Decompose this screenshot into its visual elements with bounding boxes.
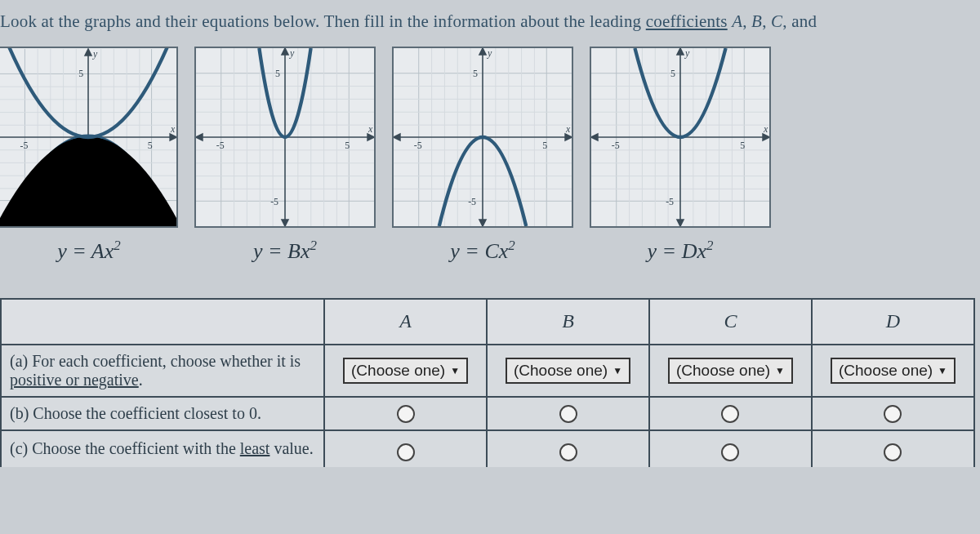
equation-D: y = Dx2 (648, 238, 714, 264)
row-a: (a) For each coefficient, choose whether… (1, 345, 974, 397)
header-D: D (812, 299, 974, 345)
curve-C (394, 48, 572, 226)
chevron-down-icon: ▼ (450, 365, 460, 376)
chevron-down-icon: ▼ (938, 365, 947, 376)
coefficients-link[interactable]: coefficients (646, 11, 728, 31)
graph-cell-C: x y -5 5 5 -5 y = Cx2 (392, 47, 573, 264)
row-b-label: (b) Choose the coefficient closest to 0. (1, 397, 324, 430)
least-link[interactable]: least (240, 439, 270, 457)
graph-C: x y -5 5 5 -5 (392, 47, 573, 228)
radio-c-D[interactable] (884, 443, 902, 461)
radio-b-D[interactable] (884, 405, 902, 423)
chevron-down-icon: ▼ (612, 365, 622, 376)
radio-c-C[interactable] (721, 443, 739, 461)
select-a-A[interactable]: (Choose one)▼ (343, 358, 468, 384)
graph-B: x y -5 5 5 -5 (194, 47, 376, 228)
radio-c-A[interactable] (397, 443, 415, 461)
instruction-text: Look at the graphs and their equations b… (0, 8, 977, 47)
radio-b-A[interactable] (397, 405, 415, 423)
header-A: A (324, 299, 487, 345)
instr-pre: Look at the graphs and their equations b… (0, 11, 646, 31)
header-C: C (649, 299, 812, 345)
radio-c-B[interactable] (559, 443, 577, 461)
select-a-C[interactable]: (Choose one)▼ (668, 358, 793, 384)
equation-A: y = Ax2 (57, 238, 121, 264)
select-a-D[interactable]: (Choose one)▼ (831, 358, 956, 384)
row-c: (c) Choose the coefficient with the leas… (1, 430, 974, 467)
graph-A: x y -5 5 5 -5 (0, 47, 178, 228)
graph-D: x y -5 5 5 -5 (590, 47, 771, 228)
coef-A: A (732, 11, 742, 31)
graph-cell-D: x y -5 5 5 -5 y = Dx2 (590, 47, 771, 264)
coef-C: C (771, 11, 782, 31)
radio-b-B[interactable] (559, 405, 577, 423)
row-c-label: (c) Choose the coefficient with the leas… (1, 430, 324, 467)
header-B: B (487, 299, 649, 345)
equation-B: y = Bx2 (253, 238, 317, 264)
coef-B: B (751, 11, 762, 31)
answer-table: A B C D (a) For each coefficient, choose… (0, 298, 975, 467)
graphs-row: x y -5 5 5 -5 (0, 47, 977, 264)
curve-B (196, 48, 374, 226)
positive-negative-link[interactable]: positive or negative (10, 371, 139, 389)
header-blank (1, 299, 324, 345)
graph-cell-A: x y -5 5 5 -5 (0, 47, 178, 264)
chevron-down-icon: ▼ (775, 365, 785, 376)
row-a-label: (a) For each coefficient, choose whether… (1, 345, 324, 397)
radio-b-C[interactable] (721, 405, 739, 423)
curve-A (0, 48, 176, 226)
equation-C: y = Cx2 (450, 238, 514, 264)
row-b: (b) Choose the coefficient closest to 0. (1, 397, 974, 430)
graph-cell-B: x y -5 5 5 -5 y = Bx2 (194, 47, 376, 264)
select-a-B[interactable]: (Choose one)▼ (506, 358, 630, 384)
curve-D (591, 48, 769, 226)
